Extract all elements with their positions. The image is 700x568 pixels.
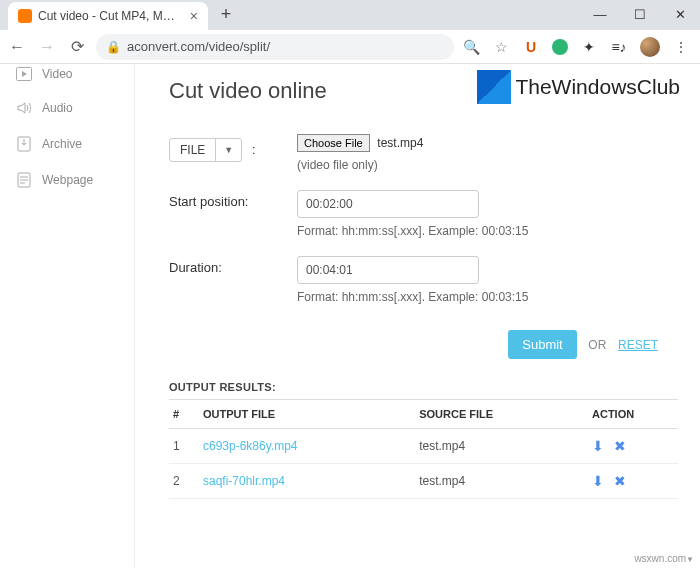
reset-link[interactable]: RESET [618, 338, 658, 352]
minimize-button[interactable]: — [580, 0, 620, 28]
star-icon[interactable]: ☆ [492, 38, 510, 56]
tab-title: Cut video - Cut MP4, MOV, WEB [38, 9, 184, 23]
address-bar: ← → ⟳ 🔒 aconvert.com/video/split/ 🔍 ☆ U … [0, 30, 700, 64]
profile-avatar[interactable] [640, 37, 660, 57]
url-input[interactable]: 🔒 aconvert.com/video/split/ [96, 34, 454, 60]
tab-favicon [18, 9, 32, 23]
sidebar-item-archive[interactable]: Archive [0, 126, 134, 162]
download-icon[interactable]: ⬇ [592, 473, 604, 489]
row-num: 1 [169, 429, 199, 464]
source-file: test.mp4 [415, 429, 588, 464]
row-num: 2 [169, 464, 199, 499]
reload-button[interactable]: ⟳ [66, 36, 88, 58]
col-action: ACTION [588, 400, 678, 429]
watermark: wsxwn.com▼ [634, 553, 694, 564]
browser-tab[interactable]: Cut video - Cut MP4, MOV, WEB × [8, 2, 208, 30]
output-file-link[interactable]: saqfi-70hlr.mp4 [203, 474, 285, 488]
chosen-filename: test.mp4 [377, 136, 423, 150]
webpage-icon [16, 172, 32, 188]
extension-green-icon[interactable] [552, 39, 568, 55]
logo-text: TheWindowsClub [515, 75, 680, 99]
duration-label: Duration: [169, 256, 297, 304]
table-row: 1 c693p-6k86y.mp4 test.mp4 ⬇✖ [169, 429, 678, 464]
browser-menu-button[interactable]: ⋮ [672, 38, 690, 56]
sidebar-item-label: Audio [42, 101, 73, 115]
ublock-icon[interactable]: U [522, 38, 540, 56]
choose-file-button[interactable]: Choose File [297, 134, 370, 152]
output-file-link[interactable]: c693p-6k86y.mp4 [203, 439, 298, 453]
file-row: FILE ▼ : Choose File test.mp4 (video fil… [169, 134, 678, 172]
windows-logo-icon [477, 70, 511, 104]
delete-icon[interactable]: ✖ [614, 473, 626, 489]
start-position-row: Start position: Format: hh:mm:ss[.xxx]. … [169, 190, 678, 238]
start-label: Start position: [169, 190, 297, 238]
search-icon[interactable]: 🔍 [462, 38, 480, 56]
file-source-label: FILE [170, 139, 216, 161]
results-title: OUTPUT RESULTS: [169, 381, 678, 393]
chevron-down-icon: ▼ [216, 145, 241, 155]
source-file: test.mp4 [415, 464, 588, 499]
url-text: aconvert.com/video/split/ [127, 39, 270, 54]
close-icon[interactable]: × [190, 8, 198, 24]
col-output: OUTPUT FILE [199, 400, 415, 429]
sidebar-item-audio[interactable]: Audio [0, 90, 134, 126]
sidebar-item-label: Webpage [42, 173, 93, 187]
maximize-button[interactable]: ☐ [620, 0, 660, 28]
duration-row: Duration: Format: hh:mm:ss[.xxx]. Exampl… [169, 256, 678, 304]
table-row: 2 saqfi-70hlr.mp4 test.mp4 ⬇✖ [169, 464, 678, 499]
results-table: # OUTPUT FILE SOURCE FILE ACTION 1 c693p… [169, 399, 678, 499]
sidebar-item-webpage[interactable]: Webpage [0, 162, 134, 198]
forward-button[interactable]: → [36, 36, 58, 58]
col-source: SOURCE FILE [415, 400, 588, 429]
archive-icon [16, 136, 32, 152]
start-hint: Format: hh:mm:ss[.xxx]. Example: 00:03:1… [297, 224, 528, 238]
new-tab-button[interactable]: + [214, 2, 238, 26]
page-body: Video Audio Archive Webpage Cut video on… [0, 64, 700, 568]
sidebar-item-label: Video [42, 67, 72, 81]
submit-button[interactable]: Submit [508, 330, 576, 359]
submit-row: Submit OR RESET [169, 330, 678, 359]
file-source-dropdown[interactable]: FILE ▼ [169, 138, 242, 162]
browser-titlebar: Cut video - Cut MP4, MOV, WEB × + — ☐ ✕ [0, 0, 700, 30]
download-icon[interactable]: ⬇ [592, 438, 604, 454]
audio-icon [16, 100, 32, 116]
site-logo: TheWindowsClub [477, 70, 680, 104]
back-button[interactable]: ← [6, 36, 28, 58]
lock-icon: 🔒 [106, 40, 121, 54]
delete-icon[interactable]: ✖ [614, 438, 626, 454]
close-window-button[interactable]: ✕ [660, 0, 700, 28]
colon: : [252, 142, 256, 157]
main-content: Cut video online TheWindowsClub FILE ▼ :… [135, 64, 700, 568]
sidebar-item-label: Archive [42, 137, 82, 151]
col-num: # [169, 400, 199, 429]
window-controls: — ☐ ✕ [580, 0, 700, 30]
duration-input[interactable] [297, 256, 479, 284]
sidebar-item-video[interactable]: Video [0, 64, 134, 90]
toolbar-extensions: 🔍 ☆ U ✦ ≡♪ ⋮ [462, 37, 694, 57]
start-position-input[interactable] [297, 190, 479, 218]
sidebar: Video Audio Archive Webpage [0, 64, 135, 568]
duration-hint: Format: hh:mm:ss[.xxx]. Example: 00:03:1… [297, 290, 528, 304]
file-hint: (video file only) [297, 158, 423, 172]
extensions-icon[interactable]: ✦ [580, 38, 598, 56]
reading-list-icon[interactable]: ≡♪ [610, 38, 628, 56]
video-icon [16, 66, 32, 82]
or-text: OR [588, 338, 606, 352]
